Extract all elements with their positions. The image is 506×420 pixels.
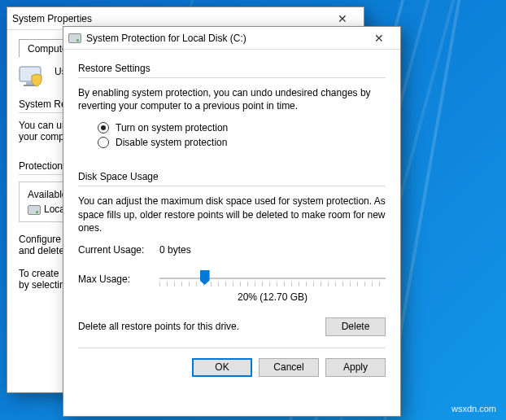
system-properties-title: System Properties [12,13,326,24]
ok-button[interactable]: OK [192,358,252,377]
cancel-button[interactable]: Cancel [259,358,319,377]
radio-on-icon [98,122,109,133]
drive-icon [68,33,81,44]
system-protection-title: System Protection for Local Disk (C:) [86,33,363,44]
max-usage-label: Max Usage: [78,273,159,285]
system-protection-dialog: System Protection for Local Disk (C:) ✕ … [63,26,401,417]
current-usage-value: 0 bytes [159,244,191,256]
max-usage-slider[interactable] [159,269,386,290]
max-usage-value: 20% (12.70 GB) [159,291,386,303]
close-icon[interactable]: ✕ [363,32,395,45]
delete-button[interactable]: Delete [325,317,386,336]
system-protection-titlebar[interactable]: System Protection for Local Disk (C:) ✕ [63,27,400,50]
restore-settings-group-label: Restore Settings [78,63,386,74]
drive-icon [28,205,41,215]
disk-space-group-label: Disk Space Usage [78,171,386,182]
radio-off-icon [98,137,109,148]
apply-button[interactable]: Apply [325,358,386,377]
radio-disable[interactable]: Disable system protection [98,137,386,148]
restore-settings-help: By enabling system protection, you can u… [78,86,386,112]
monitor-shield-icon [19,66,46,90]
watermark-text: wsxdn.com [451,404,496,413]
radio-off-label: Disable system protection [116,137,227,148]
radio-turn-on[interactable]: Turn on system protection [98,122,386,133]
radio-on-label: Turn on system protection [116,122,228,133]
current-usage-label: Current Usage: [78,244,159,256]
close-icon[interactable]: ✕ [326,12,359,25]
delete-help-text: Delete all restore points for this drive… [78,321,316,332]
disk-space-help: You can adjust the maximum disk space us… [78,195,386,234]
